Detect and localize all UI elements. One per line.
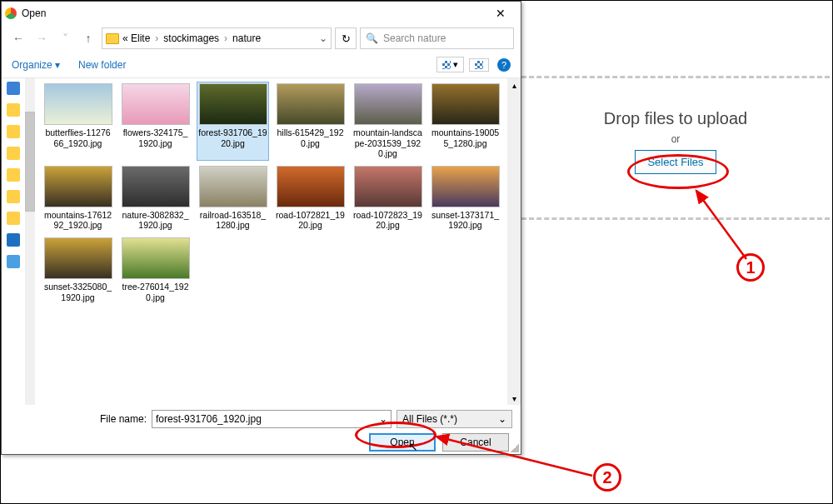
annotation-badge-1: 1	[736, 253, 765, 282]
search-placeholder: Search nature	[383, 32, 446, 44]
dialog-titlebar: Open ✕	[2, 2, 521, 25]
file-name-label: flowers-324175_1920.jpg	[121, 127, 190, 148]
crumb-nature[interactable]: nature	[232, 32, 261, 44]
scroll-up-icon[interactable]: ▴	[507, 78, 521, 92]
thispc-icon[interactable]	[7, 255, 20, 268]
file-item[interactable]: nature-3082832_1920.jpg	[119, 164, 192, 232]
file-item[interactable]: hills-615429_1920.jpg	[274, 82, 347, 161]
file-name-input[interactable]: forest-931706_1920.jpg ⌄	[152, 410, 392, 428]
file-item[interactable]: sunset-3325080_1920.jpg	[42, 236, 114, 304]
chrome-icon	[5, 7, 17, 19]
page-background: Drop files to upload or Select Files Ope…	[0, 0, 833, 504]
file-thumbnail	[354, 166, 422, 207]
address-bar[interactable]: « Elite › stockimages › nature ⌄	[102, 27, 332, 49]
file-item[interactable]: butterflies-1127666_1920.jpg	[42, 82, 114, 161]
crumb-stockimages[interactable]: stockimages	[163, 32, 219, 44]
file-name-label: mountains-1761292_1920.jpg	[43, 210, 112, 231]
crumb-elite[interactable]: « Elite	[122, 32, 150, 44]
preview-pane-button[interactable]	[469, 58, 489, 72]
back-icon[interactable]: ←	[8, 28, 28, 48]
dialog-title: Open	[22, 7, 484, 19]
folder-icon[interactable]	[7, 168, 20, 182]
chevron-right-icon: ›	[153, 32, 160, 44]
cursor-icon: ↖	[408, 440, 418, 453]
dialog-body: butterflies-1127666_1920.jpgflowers-3241…	[2, 78, 521, 405]
file-item[interactable]: tree-276014_1920.jpg	[119, 236, 192, 304]
file-name-label: File name:	[100, 413, 147, 425]
file-thumbnail	[44, 166, 112, 207]
file-name-label: mountains-190055_1280.jpg	[431, 127, 500, 148]
file-open-dialog: Open ✕ ← → ˅ ↑ « Elite › stockimages › n…	[1, 1, 521, 455]
open-button[interactable]: Open	[369, 433, 436, 452]
folder-icon[interactable]	[7, 190, 20, 203]
onedrive-icon[interactable]	[7, 233, 20, 247]
file-name-label: road-1072823_1920.jpg	[353, 210, 422, 231]
file-name-label: road-1072821_1920.jpg	[276, 210, 345, 231]
file-thumbnail	[122, 237, 190, 279]
upload-box-border-top	[521, 76, 830, 78]
file-thumbnail	[431, 166, 500, 207]
recent-chevron-icon[interactable]: ˅	[55, 28, 75, 48]
file-item[interactable]: mountains-1761292_1920.jpg	[42, 164, 114, 232]
chevron-down-icon: ⌄	[498, 413, 506, 425]
svg-line-0	[696, 191, 746, 259]
files-pane: butterflies-1127666_1920.jpgflowers-3241…	[35, 78, 507, 405]
dialog-footer: File name: forest-931706_1920.jpg ⌄ All …	[2, 405, 521, 455]
file-type-filter[interactable]: All Files (*.*) ⌄	[397, 410, 512, 428]
folder-icon[interactable]	[7, 103, 20, 117]
scroll-down-icon[interactable]: ▾	[507, 392, 521, 405]
view-grid-icon	[442, 61, 451, 69]
file-thumbnail	[122, 166, 190, 207]
preview-icon	[475, 61, 483, 69]
refresh-icon[interactable]: ↻	[335, 27, 357, 49]
nav-row: ← → ˅ ↑ « Elite › stockimages › nature ⌄…	[2, 25, 521, 52]
file-item[interactable]: sunset-1373171_1920.jpg	[429, 164, 501, 232]
folder-icon[interactable]	[7, 212, 20, 225]
files-scrollbar[interactable]: ▴ ▾	[507, 78, 521, 405]
file-item[interactable]: railroad-163518_1280.jpg	[197, 164, 269, 232]
organize-menu[interactable]: Organize ▾	[12, 59, 60, 71]
file-thumbnail	[431, 83, 500, 125]
file-item[interactable]: forest-931706_1920.jpg	[197, 82, 269, 161]
folder-icon[interactable]	[7, 147, 20, 160]
file-name-value: forest-931706_1920.jpg	[156, 413, 262, 425]
folder-icon[interactable]	[7, 125, 20, 138]
view-mode-button[interactable]: ▾	[436, 57, 464, 72]
quickaccess-icon[interactable]	[7, 82, 20, 95]
new-folder-button[interactable]: New folder	[78, 59, 126, 71]
help-icon[interactable]: ?	[497, 58, 511, 72]
search-input[interactable]: 🔍 Search nature	[360, 27, 514, 49]
cancel-button[interactable]: Cancel	[442, 433, 509, 452]
filter-value: All Files (*.*)	[402, 413, 457, 425]
file-name-label: railroad-163518_1280.jpg	[198, 210, 267, 231]
sidebar-scrollbar[interactable]	[25, 78, 35, 405]
file-thumbnail	[199, 83, 267, 125]
file-name-label: sunset-1373171_1920.jpg	[431, 210, 500, 231]
forward-icon[interactable]: →	[32, 28, 52, 48]
file-name-label: mountain-landscape-2031539_1920.jpg	[353, 127, 422, 159]
chevron-down-icon[interactable]: ⌄	[379, 413, 387, 425]
close-icon[interactable]: ✕	[484, 7, 517, 20]
file-item[interactable]: flowers-324175_1920.jpg	[119, 82, 192, 161]
file-item[interactable]: mountain-landscape-2031539_1920.jpg	[352, 82, 424, 161]
file-item[interactable]: road-1072821_1920.jpg	[274, 164, 347, 232]
sidebar-rail	[2, 78, 25, 405]
file-thumbnail	[277, 166, 345, 207]
file-thumbnail	[122, 83, 190, 125]
address-chevron-icon[interactable]: ⌄	[319, 32, 327, 44]
upload-title: Drop files to upload	[521, 109, 830, 128]
file-name-label: tree-276014_1920.jpg	[121, 282, 190, 302]
upload-or: or	[521, 133, 830, 145]
resize-grip-icon[interactable]	[511, 444, 519, 452]
file-item[interactable]: road-1072823_1920.jpg	[352, 164, 424, 232]
up-icon[interactable]: ↑	[78, 28, 98, 48]
file-thumbnail	[354, 83, 422, 125]
file-thumbnail	[277, 83, 345, 125]
file-item[interactable]: mountains-190055_1280.jpg	[429, 82, 501, 161]
annotation-badge-2: 2	[593, 463, 621, 492]
file-name-label: butterflies-1127666_1920.jpg	[43, 127, 112, 148]
search-icon: 🔍	[366, 32, 378, 44]
select-files-button[interactable]: Select Files	[635, 150, 716, 174]
file-name-label: sunset-3325080_1920.jpg	[43, 282, 112, 302]
file-name-label: forest-931706_1920.jpg	[198, 127, 267, 148]
